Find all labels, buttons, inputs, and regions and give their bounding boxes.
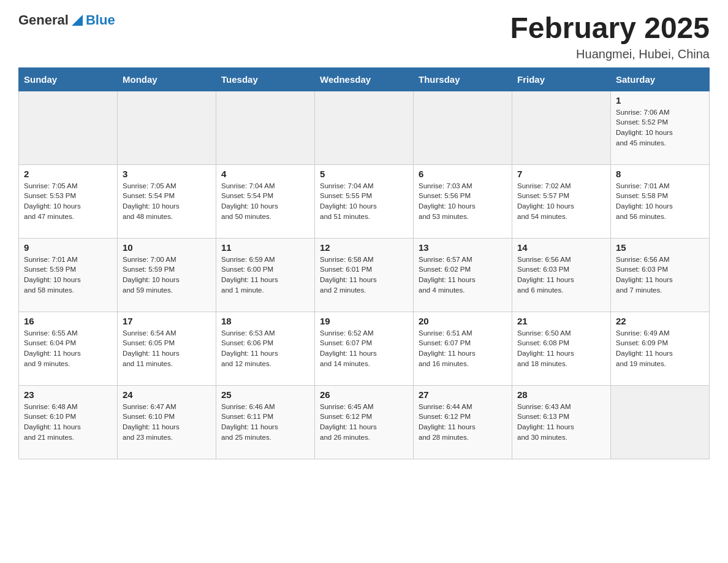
day-info: Sunrise: 6:51 AM Sunset: 6:07 PM Dayligh…	[419, 328, 507, 369]
day-number: 24	[123, 389, 211, 400]
calendar-week-row: 16Sunrise: 6:55 AM Sunset: 6:04 PM Dayli…	[19, 312, 710, 385]
calendar-cell	[611, 385, 710, 459]
calendar-cell: 5Sunrise: 7:04 AM Sunset: 5:55 PM Daylig…	[315, 164, 414, 238]
calendar-cell: 19Sunrise: 6:52 AM Sunset: 6:07 PM Dayli…	[315, 312, 414, 385]
day-info: Sunrise: 7:00 AM Sunset: 5:59 PM Dayligh…	[123, 255, 211, 296]
day-info: Sunrise: 6:43 AM Sunset: 6:13 PM Dayligh…	[517, 402, 605, 443]
calendar-cell: 26Sunrise: 6:45 AM Sunset: 6:12 PM Dayli…	[315, 385, 414, 459]
day-number: 26	[320, 389, 408, 400]
day-info: Sunrise: 6:47 AM Sunset: 6:10 PM Dayligh…	[123, 402, 211, 443]
calendar-cell: 14Sunrise: 6:56 AM Sunset: 6:03 PM Dayli…	[512, 238, 611, 312]
calendar-cell: 22Sunrise: 6:49 AM Sunset: 6:09 PM Dayli…	[611, 312, 710, 385]
day-info: Sunrise: 7:02 AM Sunset: 5:57 PM Dayligh…	[517, 181, 605, 222]
day-number: 3	[123, 169, 211, 179]
title-block: February 2025 Huangmei, Hubei, China	[510, 12, 710, 61]
calendar-cell	[216, 91, 315, 164]
calendar-cell: 11Sunrise: 6:59 AM Sunset: 6:00 PM Dayli…	[216, 238, 315, 312]
calendar-cell: 18Sunrise: 6:53 AM Sunset: 6:06 PM Dayli…	[216, 312, 315, 385]
calendar-week-row: 2Sunrise: 7:05 AM Sunset: 5:53 PM Daylig…	[19, 164, 710, 238]
day-number: 19	[320, 316, 408, 326]
calendar-cell: 8Sunrise: 7:01 AM Sunset: 5:58 PM Daylig…	[611, 164, 710, 238]
day-number: 9	[24, 242, 112, 253]
calendar-cell: 13Sunrise: 6:57 AM Sunset: 6:02 PM Dayli…	[414, 238, 512, 312]
weekday-header-friday: Friday	[512, 67, 611, 91]
calendar-cell: 25Sunrise: 6:46 AM Sunset: 6:11 PM Dayli…	[216, 385, 315, 459]
calendar-cell	[414, 91, 512, 164]
day-number: 23	[24, 389, 112, 400]
calendar-week-row: 23Sunrise: 6:48 AM Sunset: 6:10 PM Dayli…	[19, 385, 710, 459]
day-info: Sunrise: 6:48 AM Sunset: 6:10 PM Dayligh…	[24, 402, 112, 443]
logo-text-blue: Blue	[86, 12, 115, 28]
day-info: Sunrise: 7:04 AM Sunset: 5:55 PM Dayligh…	[320, 181, 408, 222]
calendar-cell: 2Sunrise: 7:05 AM Sunset: 5:53 PM Daylig…	[19, 164, 118, 238]
day-info: Sunrise: 7:05 AM Sunset: 5:53 PM Dayligh…	[24, 181, 112, 222]
page-header: GeneralBlue February 2025 Huangmei, Hube…	[18, 12, 710, 61]
logo-text-general: General	[18, 12, 69, 28]
day-number: 16	[24, 316, 112, 326]
day-info: Sunrise: 6:50 AM Sunset: 6:08 PM Dayligh…	[517, 328, 605, 369]
weekday-header-tuesday: Tuesday	[216, 67, 315, 91]
day-info: Sunrise: 6:49 AM Sunset: 6:09 PM Dayligh…	[616, 328, 704, 369]
day-number: 21	[517, 316, 605, 326]
calendar-cell: 10Sunrise: 7:00 AM Sunset: 5:59 PM Dayli…	[118, 238, 216, 312]
day-number: 14	[517, 242, 605, 253]
day-info: Sunrise: 6:55 AM Sunset: 6:04 PM Dayligh…	[24, 328, 112, 369]
day-info: Sunrise: 6:56 AM Sunset: 6:03 PM Dayligh…	[517, 255, 605, 296]
calendar-table: SundayMondayTuesdayWednesdayThursdayFrid…	[18, 67, 710, 459]
calendar-week-row: 9Sunrise: 7:01 AM Sunset: 5:59 PM Daylig…	[19, 238, 710, 312]
calendar-title: February 2025	[510, 12, 710, 45]
calendar-cell: 24Sunrise: 6:47 AM Sunset: 6:10 PM Dayli…	[118, 385, 216, 459]
day-info: Sunrise: 6:45 AM Sunset: 6:12 PM Dayligh…	[320, 402, 408, 443]
logo: GeneralBlue	[18, 12, 115, 28]
calendar-cell	[315, 91, 414, 164]
day-number: 22	[616, 316, 704, 326]
weekday-header-wednesday: Wednesday	[315, 67, 414, 91]
day-info: Sunrise: 6:58 AM Sunset: 6:01 PM Dayligh…	[320, 255, 408, 296]
calendar-cell: 16Sunrise: 6:55 AM Sunset: 6:04 PM Dayli…	[19, 312, 118, 385]
day-info: Sunrise: 6:44 AM Sunset: 6:12 PM Dayligh…	[419, 402, 507, 443]
calendar-cell: 21Sunrise: 6:50 AM Sunset: 6:08 PM Dayli…	[512, 312, 611, 385]
calendar-week-row: 1Sunrise: 7:06 AM Sunset: 5:52 PM Daylig…	[19, 91, 710, 164]
day-info: Sunrise: 6:59 AM Sunset: 6:00 PM Dayligh…	[221, 255, 309, 296]
day-info: Sunrise: 6:52 AM Sunset: 6:07 PM Dayligh…	[320, 328, 408, 369]
weekday-header-thursday: Thursday	[414, 67, 512, 91]
day-number: 6	[419, 169, 507, 179]
calendar-cell: 15Sunrise: 6:56 AM Sunset: 6:03 PM Dayli…	[611, 238, 710, 312]
calendar-cell: 17Sunrise: 6:54 AM Sunset: 6:05 PM Dayli…	[118, 312, 216, 385]
calendar-cell	[19, 91, 118, 164]
day-info: Sunrise: 7:01 AM Sunset: 5:59 PM Dayligh…	[24, 255, 112, 296]
weekday-header-saturday: Saturday	[611, 67, 710, 91]
calendar-cell: 28Sunrise: 6:43 AM Sunset: 6:13 PM Dayli…	[512, 385, 611, 459]
calendar-cell: 27Sunrise: 6:44 AM Sunset: 6:12 PM Dayli…	[414, 385, 512, 459]
calendar-cell: 9Sunrise: 7:01 AM Sunset: 5:59 PM Daylig…	[19, 238, 118, 312]
day-number: 7	[517, 169, 605, 179]
calendar-cell: 20Sunrise: 6:51 AM Sunset: 6:07 PM Dayli…	[414, 312, 512, 385]
day-number: 27	[419, 389, 507, 400]
day-info: Sunrise: 7:04 AM Sunset: 5:54 PM Dayligh…	[221, 181, 309, 222]
day-number: 12	[320, 242, 408, 253]
day-number: 5	[320, 169, 408, 179]
calendar-cell	[118, 91, 216, 164]
day-number: 10	[123, 242, 211, 253]
day-number: 25	[221, 389, 309, 400]
day-info: Sunrise: 6:53 AM Sunset: 6:06 PM Dayligh…	[221, 328, 309, 369]
day-number: 2	[24, 169, 112, 179]
day-number: 4	[221, 169, 309, 179]
day-number: 18	[221, 316, 309, 326]
day-number: 28	[517, 389, 605, 400]
calendar-cell: 23Sunrise: 6:48 AM Sunset: 6:10 PM Dayli…	[19, 385, 118, 459]
calendar-cell: 6Sunrise: 7:03 AM Sunset: 5:56 PM Daylig…	[414, 164, 512, 238]
calendar-cell: 1Sunrise: 7:06 AM Sunset: 5:52 PM Daylig…	[611, 91, 710, 164]
weekday-header-sunday: Sunday	[19, 67, 118, 91]
calendar-cell: 7Sunrise: 7:02 AM Sunset: 5:57 PM Daylig…	[512, 164, 611, 238]
calendar-cell: 4Sunrise: 7:04 AM Sunset: 5:54 PM Daylig…	[216, 164, 315, 238]
day-info: Sunrise: 6:46 AM Sunset: 6:11 PM Dayligh…	[221, 402, 309, 443]
day-number: 11	[221, 242, 309, 253]
day-info: Sunrise: 7:06 AM Sunset: 5:52 PM Dayligh…	[616, 107, 704, 148]
day-number: 8	[616, 169, 704, 179]
weekday-header-monday: Monday	[118, 67, 216, 91]
day-number: 13	[419, 242, 507, 253]
day-info: Sunrise: 7:03 AM Sunset: 5:56 PM Dayligh…	[419, 181, 507, 222]
day-number: 15	[616, 242, 704, 253]
day-info: Sunrise: 7:01 AM Sunset: 5:58 PM Dayligh…	[616, 181, 704, 222]
